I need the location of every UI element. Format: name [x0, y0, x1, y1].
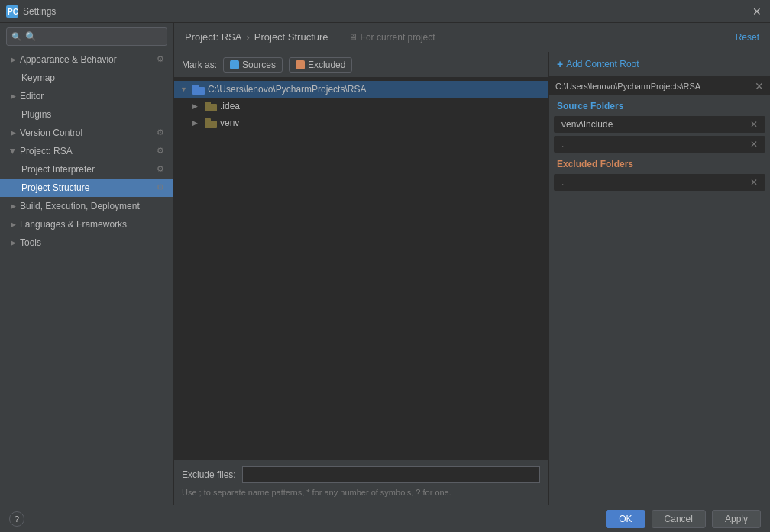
- apply-button[interactable]: Apply: [712, 510, 761, 528]
- file-tree: ▼ C:\Users\lenovo\PycharmProjects\RSA ▶: [174, 78, 548, 459]
- excluded-folder-close-0[interactable]: ✕: [750, 177, 758, 188]
- gear-icon-project-interpreter: ⚙: [157, 164, 167, 175]
- tree-item-root[interactable]: ▼ C:\Users\lenovo\PycharmProjects\RSA: [174, 81, 548, 98]
- sidebar-label-build: Build, Execution, Deployment: [20, 201, 140, 211]
- exclude-label: Exclude files:: [182, 469, 236, 480]
- sidebar-item-editor[interactable]: ▶ Editor: [0, 87, 173, 105]
- excluded-folder-label-0: .: [561, 177, 564, 188]
- svg-rect-3: [192, 85, 199, 89]
- add-icon: +: [557, 58, 563, 70]
- source-folder-entry-0: venv\Include ✕: [554, 116, 765, 133]
- expand-arrow-tools: ▶: [9, 239, 17, 247]
- tree-item-venv[interactable]: ▶ venv: [174, 114, 548, 131]
- excluded-label: Excluded: [308, 60, 345, 70]
- sidebar: 🔍 ▶ Appearance & Behavior ⚙ Keymap ▶ Edi…: [0, 23, 174, 505]
- tree-label-idea: .idea: [220, 101, 240, 111]
- excluded-dot: [296, 60, 305, 69]
- excluded-button[interactable]: Excluded: [289, 57, 352, 73]
- excluded-folders-title: Excluded Folders: [549, 154, 770, 172]
- cancel-button[interactable]: Cancel: [652, 510, 706, 528]
- source-folder-label-0: venv\Include: [561, 119, 613, 130]
- gear-icon-appearance: ⚙: [157, 54, 167, 65]
- root-path-bar: C:\Users\lenovo\PycharmProjects\RSA ✕: [549, 76, 770, 96]
- svg-text:PC: PC: [8, 8, 18, 16]
- file-tree-panel: Mark as: Sources Excluded ▼: [174, 52, 548, 505]
- source-folder-entry-1: . ✕: [554, 136, 765, 153]
- search-input[interactable]: [25, 31, 162, 42]
- sources-button[interactable]: Sources: [223, 57, 283, 73]
- sidebar-item-project-structure[interactable]: Project Structure ⚙: [0, 179, 173, 197]
- sidebar-label-plugins: Plugins: [21, 109, 51, 120]
- tree-label-venv: venv: [220, 118, 239, 128]
- sidebar-label-project-interpreter: Project Interpreter: [21, 164, 95, 175]
- sidebar-item-appearance[interactable]: ▶ Appearance & Behavior ⚙: [0, 50, 173, 69]
- root-path-close-icon[interactable]: ✕: [755, 80, 764, 92]
- right-panel: + Add Content Root C:\Users\lenovo\Pycha…: [548, 52, 770, 505]
- for-current-label: For current project: [361, 32, 435, 43]
- sidebar-item-plugins[interactable]: Plugins: [0, 105, 173, 124]
- folder-icon-idea: [205, 102, 217, 111]
- add-content-root-button[interactable]: + Add Content Root: [549, 52, 770, 76]
- sources-label: Sources: [242, 60, 276, 70]
- excluded-folder-entry-0: . ✕: [554, 174, 765, 191]
- exclude-row: Exclude files:: [182, 466, 540, 483]
- sidebar-label-languages: Languages & Frameworks: [20, 219, 127, 230]
- expand-arrow-editor: ▶: [9, 92, 17, 100]
- folder-icon-root: [192, 85, 205, 95]
- sidebar-label-editor: Editor: [20, 91, 44, 102]
- sidebar-item-project-interpreter[interactable]: Project Interpreter ⚙: [0, 160, 173, 179]
- tree-item-idea[interactable]: ▶ .idea: [174, 98, 548, 114]
- ok-button[interactable]: OK: [606, 510, 645, 528]
- sidebar-label-appearance: Appearance & Behavior: [20, 54, 117, 65]
- main-container: 🔍 ▶ Appearance & Behavior ⚙ Keymap ▶ Edi…: [0, 23, 770, 505]
- tree-arrow-venv: ▶: [192, 119, 202, 127]
- breadcrumb-project: Project: RSA: [185, 31, 241, 43]
- gear-icon-project-rsa: ⚙: [157, 146, 167, 156]
- sidebar-label-version-control: Version Control: [20, 127, 82, 138]
- help-icon: ?: [15, 514, 19, 524]
- search-box[interactable]: 🔍: [6, 27, 167, 46]
- expand-arrow-languages: ▶: [9, 221, 17, 228]
- svg-rect-7: [205, 118, 211, 122]
- svg-rect-5: [205, 102, 211, 105]
- help-button[interactable]: ?: [9, 511, 24, 527]
- tree-arrow-root: ▼: [180, 85, 189, 93]
- tree-label-root: C:\Users\lenovo\PycharmProjects\RSA: [208, 84, 366, 95]
- source-folders-title: Source Folders: [549, 96, 770, 114]
- folder-icon-venv: [205, 118, 217, 128]
- expand-arrow-project-rsa: ▶: [9, 147, 17, 155]
- app-icon: PC: [6, 5, 18, 18]
- breadcrumb-arrow: ›: [246, 31, 249, 43]
- sidebar-item-project-rsa[interactable]: ▶ Project: RSA ⚙: [0, 142, 173, 160]
- title-bar: PC Settings ✕: [0, 0, 770, 23]
- sidebar-item-version-control[interactable]: ▶ Version Control ⚙: [0, 124, 173, 142]
- sidebar-label-tools: Tools: [20, 237, 41, 248]
- for-current-icon: 🖥: [348, 32, 358, 43]
- expand-arrow-version-control: ▶: [9, 129, 17, 137]
- source-folder-close-0[interactable]: ✕: [750, 119, 758, 130]
- sidebar-label-project-rsa: Project: RSA: [20, 146, 73, 156]
- exclude-input[interactable]: [242, 466, 540, 483]
- sidebar-item-languages[interactable]: ▶ Languages & Frameworks: [0, 215, 173, 234]
- content-area: Project: RSA › Project Structure 🖥 For c…: [174, 23, 770, 505]
- exclude-hint: Use ; to separate name patterns, * for a…: [182, 486, 540, 498]
- window-title: Settings: [23, 6, 56, 17]
- exclude-bar: Exclude files: Use ; to separate name pa…: [174, 459, 548, 505]
- close-icon[interactable]: ✕: [750, 5, 764, 18]
- sidebar-label-keymap: Keymap: [21, 73, 55, 83]
- sidebar-item-build-execution[interactable]: ▶ Build, Execution, Deployment: [0, 197, 173, 215]
- expand-arrow-appearance: ▶: [9, 56, 17, 63]
- sidebar-item-tools[interactable]: ▶ Tools: [0, 234, 173, 252]
- gear-icon-project-structure: ⚙: [157, 182, 167, 193]
- source-folder-close-1[interactable]: ✕: [750, 139, 758, 150]
- mark-as-label: Mark as:: [182, 60, 217, 70]
- add-content-root-label: Add Content Root: [566, 59, 639, 69]
- expand-arrow-build: ▶: [9, 202, 17, 210]
- root-path-label: C:\Users\lenovo\PycharmProjects\RSA: [555, 82, 700, 91]
- bottom-bar: ? OK Cancel Apply: [0, 505, 770, 532]
- reset-link[interactable]: Reset: [736, 32, 759, 43]
- gear-icon-version-control: ⚙: [157, 127, 167, 138]
- search-icon: 🔍: [11, 32, 22, 42]
- tree-arrow-idea: ▶: [192, 102, 202, 110]
- sidebar-item-keymap[interactable]: Keymap: [0, 69, 173, 87]
